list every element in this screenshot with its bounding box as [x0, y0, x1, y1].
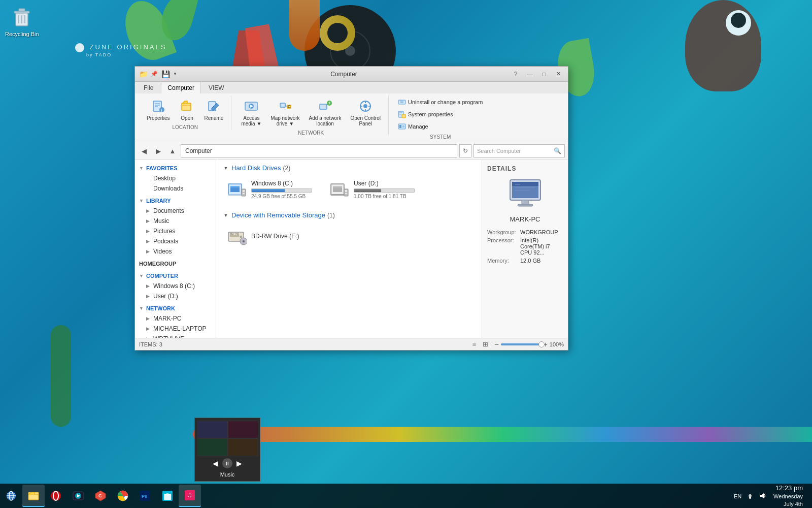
- rename-button[interactable]: Rename: [201, 96, 227, 123]
- taskbar-ie-icon[interactable]: [0, 485, 22, 507]
- pause-button[interactable]: ⏸: [222, 458, 232, 468]
- sidebar-header-library[interactable]: ▼ LIBRARY: [135, 196, 216, 206]
- sidebar-item-downloads[interactable]: Downloads: [135, 183, 216, 194]
- sidebar-item-user-d[interactable]: ▶ User (D:): [135, 291, 216, 301]
- recycling-bin[interactable]: Recycling Bin: [5, 5, 39, 37]
- refresh-button[interactable]: ↻: [459, 144, 471, 157]
- sidebar-section-computer: ▼ COMPUTER ▶ Windows 8 (C:) ▶ User (D:): [135, 271, 216, 301]
- map-network-button[interactable]: Z: Map network drive ▼: [267, 96, 303, 129]
- close-button[interactable]: ✕: [552, 69, 565, 79]
- open-control-panel-button[interactable]: Open Control Panel: [347, 96, 384, 129]
- search-bar[interactable]: Search Computer 🔍: [473, 144, 565, 157]
- sidebar-header-computer[interactable]: ▼ COMPUTER: [135, 271, 216, 281]
- processor-value: Intel(R) Core(TM) i7 CPU 92...: [520, 237, 563, 256]
- taskbar-opera-icon[interactable]: [45, 485, 67, 507]
- manage-button[interactable]: Manage: [395, 121, 486, 132]
- uninstall-button[interactable]: Uninstall or change a program: [395, 97, 486, 108]
- sidebar-item-windows-c[interactable]: ▶ Windows 8 (C:): [135, 281, 216, 291]
- nav-bar: ◀ ▶ ▲ Computer ↻ Search Computer 🔍: [135, 142, 568, 160]
- rename-icon: [206, 98, 222, 114]
- quick-dropdown-icon[interactable]: ▼: [172, 69, 179, 79]
- ribbon-group-location: i Properties: [139, 96, 231, 130]
- removable-drives: BD-RW BD-RW Drive (E:): [222, 223, 476, 250]
- sidebar-header-network[interactable]: ▼ NETWORK: [135, 303, 216, 313]
- taskbar-photoshop-icon[interactable]: Ps: [134, 485, 156, 507]
- grid-view-button[interactable]: ⊞: [480, 340, 490, 349]
- memory-value: 12.0 GB: [520, 258, 540, 264]
- forward-button[interactable]: ▶: [152, 145, 164, 157]
- minimize-button[interactable]: —: [523, 69, 536, 79]
- drive-item-e[interactable]: BD-RW BD-RW Drive (E:): [222, 223, 314, 250]
- taskbar-store-icon[interactable]: [156, 485, 179, 507]
- taskbar-chrome-icon[interactable]: [112, 485, 134, 507]
- music-thumb-controls[interactable]: ◀ ⏸ ▶: [197, 456, 257, 470]
- tab-computer[interactable]: Computer: [161, 82, 201, 93]
- favorites-expand-icon: ▼: [139, 166, 144, 171]
- sidebar-item-pictures[interactable]: ▶ Pictures: [135, 226, 216, 236]
- help-button[interactable]: ?: [509, 69, 522, 79]
- svg-text:BD-RW: BD-RW: [230, 232, 239, 235]
- bdrom-icon: BD-RW: [227, 227, 247, 247]
- system-properties-button[interactable]: System properties: [395, 109, 486, 120]
- details-memory-row: Memory: 12.0 GB: [487, 258, 563, 264]
- tab-file[interactable]: File: [137, 82, 160, 93]
- open-icon: [179, 98, 195, 114]
- next-track-button[interactable]: ▶: [236, 459, 242, 467]
- sidebar-item-videos[interactable]: ▶ Videos: [135, 246, 216, 257]
- tray-language-icon[interactable]: EN: [732, 490, 744, 502]
- drive-item-c[interactable]: Windows 8 (C:) 24.9 GB free of 55.5 GB: [222, 176, 317, 203]
- address-bar[interactable]: Computer: [181, 144, 457, 157]
- sidebar: ▼ FAVORITES Desktop Downloads ▼: [135, 160, 216, 338]
- removable-collapse-icon[interactable]: ▼: [222, 212, 229, 219]
- zoom-slider-thumb[interactable]: [538, 341, 545, 347]
- svg-rect-1: [14, 11, 29, 13]
- tray-network-icon[interactable]: [744, 490, 756, 502]
- up-button[interactable]: ▲: [166, 145, 179, 157]
- taskbar-explorer-icon[interactable]: [22, 485, 45, 507]
- prev-track-button[interactable]: ◀: [213, 459, 218, 467]
- svg-point-61: [243, 241, 244, 242]
- drive-item-d[interactable]: User (D:) 1.00 TB free of 1.81 TB: [325, 176, 419, 203]
- back-button[interactable]: ◀: [138, 145, 150, 157]
- access-media-button[interactable]: Access media ▼: [238, 96, 265, 129]
- sidebar-item-music[interactable]: ▶ Music: [135, 216, 216, 226]
- quick-pin-icon[interactable]: 📌: [149, 69, 159, 79]
- user-d-arrow-icon: ▶: [146, 294, 151, 299]
- tray-volume-icon[interactable]: [756, 490, 768, 502]
- music-arrow-icon: ▶: [146, 218, 151, 224]
- hd-collapse-icon[interactable]: ▼: [222, 165, 229, 172]
- zoom-minus-icon[interactable]: −: [494, 340, 498, 348]
- zoom-slider[interactable]: [501, 343, 542, 345]
- drive-icon-c: [227, 179, 247, 200]
- drive-bar-d: [354, 188, 415, 193]
- sidebar-item-podcasts[interactable]: ▶ Podcasts: [135, 236, 216, 246]
- sidebar-item-wdtvlive[interactable]: ▶ WDTVLIVE: [135, 334, 216, 338]
- add-network-button[interactable]: + Add a network location: [306, 96, 345, 129]
- svg-rect-56: [345, 193, 347, 194]
- quick-save-icon[interactable]: 💾: [160, 69, 171, 79]
- taskbar-media-center-icon[interactable]: [67, 485, 89, 507]
- tab-view[interactable]: VIEW: [202, 82, 231, 93]
- network-buttons: Access media ▼ Z: Map: [238, 96, 384, 129]
- sidebar-item-michael-laptop[interactable]: ▶ MICHAEL-LAPTOP: [135, 324, 216, 334]
- taskbar-clock[interactable]: 12:23 pm Wednesday July 4th: [768, 484, 808, 508]
- properties-button[interactable]: i Properties: [143, 96, 174, 123]
- svg-text:C: C: [98, 493, 102, 498]
- maximize-button[interactable]: □: [537, 69, 551, 79]
- taskbar-calibre-icon[interactable]: C: [89, 485, 112, 507]
- sidebar-item-mark-pc[interactable]: ▶ MARK-PC: [135, 313, 216, 324]
- open-label: Open: [181, 115, 193, 121]
- list-view-button[interactable]: ≡: [469, 340, 479, 349]
- taskbar-music-icon[interactable]: ♫: [179, 485, 201, 507]
- sidebar-header-favorites[interactable]: ▼ FAVORITES: [135, 163, 216, 173]
- svg-text:EN: EN: [734, 493, 741, 499]
- quick-folder-icon[interactable]: 📁: [138, 69, 148, 79]
- open-button[interactable]: Open: [176, 96, 199, 123]
- sidebar-item-documents[interactable]: ▶ Documents: [135, 206, 216, 216]
- sidebar-header-homegroup[interactable]: HOMEGROUP: [135, 259, 216, 269]
- properties-label: Properties: [147, 115, 170, 121]
- svg-point-95: [749, 497, 751, 499]
- system-props-label: System properties: [408, 111, 453, 117]
- sidebar-item-desktop[interactable]: Desktop: [135, 173, 216, 183]
- drive-bar-c: [251, 188, 312, 193]
